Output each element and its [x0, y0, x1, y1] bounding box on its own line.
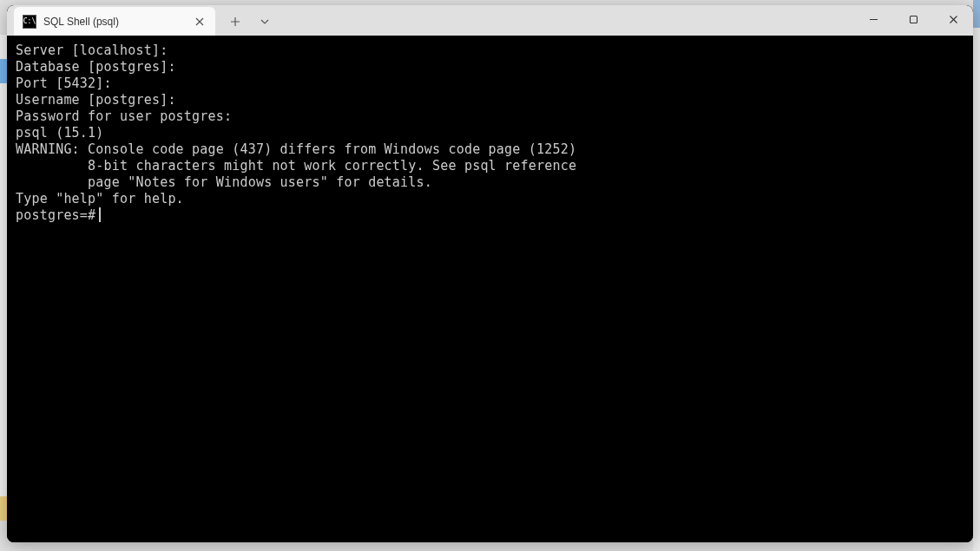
maximize-button[interactable] [893, 5, 933, 33]
close-icon [195, 17, 204, 26]
terminal-line: WARNING: Console code page (437) differs… [16, 141, 964, 158]
tab-actions [224, 7, 276, 36]
window-controls [853, 5, 973, 33]
close-icon [949, 15, 958, 24]
tab-dropdown-button[interactable] [253, 10, 276, 33]
window-close-button[interactable] [933, 5, 973, 33]
tab-close-button[interactable] [193, 15, 207, 29]
terminal-line: Type "help" for help. [16, 191, 964, 207]
terminal-cursor [99, 207, 101, 222]
plus-icon [230, 16, 240, 27]
terminal-line: Port [5432]: [16, 75, 964, 92]
terminal-line: page "Notes for Windows users" for detai… [16, 174, 964, 191]
terminal-line: Password for user postgres: [16, 108, 964, 125]
minimize-button[interactable] [853, 5, 893, 33]
terminal-line: Username [postgres]: [16, 92, 964, 108]
terminal-window: C:\ SQL Shell (psql) [7, 5, 973, 542]
chevron-down-icon [260, 19, 269, 24]
minimize-icon [869, 15, 878, 24]
cmd-icon: C:\ [23, 15, 36, 29]
terminal-prompt: postgres=# [16, 207, 95, 224]
tab-active[interactable]: C:\ SQL Shell (psql) [14, 7, 215, 36]
terminal-line: Database [postgres]: [16, 59, 964, 75]
background-desktop-left [0, 35, 7, 521]
terminal-line: 8-bit characters might not work correctl… [16, 158, 964, 174]
tab-title: SQL Shell (psql) [43, 16, 186, 28]
background-desktop-right [973, 0, 980, 551]
terminal-body[interactable]: Server [localhost]:Database [postgres]:P… [7, 36, 973, 542]
terminal-prompt-line: postgres=# [16, 207, 964, 224]
maximize-icon [909, 15, 918, 24]
titlebar[interactable]: C:\ SQL Shell (psql) [7, 5, 973, 36]
svg-rect-5 [910, 16, 917, 23]
new-tab-button[interactable] [224, 10, 247, 33]
terminal-line: Server [localhost]: [16, 43, 964, 59]
terminal-line: psql (15.1) [16, 125, 964, 141]
